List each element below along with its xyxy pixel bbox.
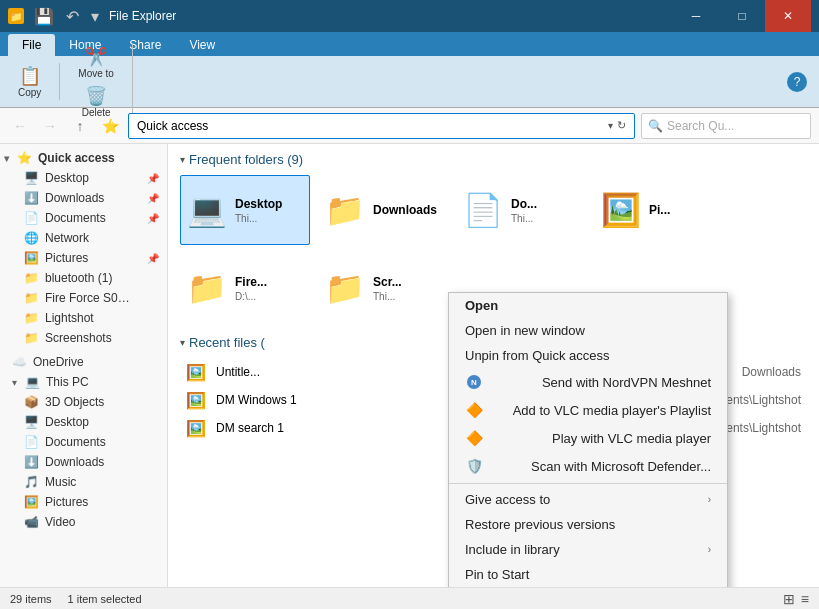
sidebar-item-bluetooth[interactable]: 📁 bluetooth (1) xyxy=(0,268,167,288)
sidebar-item-downloads[interactable]: ⬇️ Downloads 📌 xyxy=(0,188,167,208)
delete-icon: 🗑️ xyxy=(85,85,107,107)
folder-tile-fire[interactable]: 📁 Fire... D:\... xyxy=(180,253,310,323)
sidebar-item-desktop[interactable]: 🖥️ Desktop 📌 xyxy=(0,168,167,188)
quick-save-buttons: 💾 ↶ ▾ xyxy=(30,5,103,28)
folder-tile-fire-name: Fire... xyxy=(235,275,267,289)
recent-item-dmwin-icon: 🖼️ xyxy=(186,390,206,410)
onedrive-icon: ☁️ xyxy=(12,355,27,369)
details-view-button[interactable]: ⊞ xyxy=(783,591,795,607)
folder-tile-do[interactable]: 📄 Do... Thi... xyxy=(456,175,586,245)
sidebar-item-pictures2[interactable]: 🖼️ Pictures xyxy=(0,492,167,512)
sidebar-item-3dobjects[interactable]: 📦 3D Objects xyxy=(0,392,167,412)
screenshots-icon: 📁 xyxy=(24,331,39,345)
include-library-arrow: › xyxy=(708,544,711,555)
refresh-button[interactable]: ↻ xyxy=(617,119,626,132)
sidebar-item-fireforce[interactable]: 📁 Fire Force S01 10... xyxy=(0,288,167,308)
ctx-vlc-playlist[interactable]: 🔶 Add to VLC media player's Playlist xyxy=(449,396,727,424)
frequent-folders-header[interactable]: ▾ Frequent folders (9) xyxy=(168,144,819,171)
downloads2-icon: ⬇️ xyxy=(24,455,39,469)
folder-tile-desktop[interactable]: 💻 Desktop Thi... xyxy=(180,175,310,245)
ctx-open[interactable]: Open xyxy=(449,293,727,318)
downloads-icon: ⬇️ xyxy=(24,191,39,205)
close-button[interactable]: ✕ xyxy=(765,0,811,32)
tab-view[interactable]: View xyxy=(175,34,229,56)
forward-button[interactable]: → xyxy=(38,114,62,138)
sidebar-item-screenshots[interactable]: 📁 Screenshots xyxy=(0,328,167,348)
ctx-defender[interactable]: 🛡️ Scan with Microsoft Defender... xyxy=(449,452,727,480)
nordvpn-circle-icon: N xyxy=(467,375,481,389)
music-icon: 🎵 xyxy=(24,475,39,489)
onedrive-label: OneDrive xyxy=(33,355,84,369)
documents2-icon: 📄 xyxy=(24,435,39,449)
sidebar-item-video[interactable]: 📹 Video xyxy=(0,512,167,532)
help-button[interactable]: ? xyxy=(787,72,807,92)
copy-label: Copy xyxy=(18,87,41,98)
sidebar-item-quick-access[interactable]: ▾ ⭐ Quick access xyxy=(0,148,167,168)
status-bar: 29 items 1 item selected ⊞ ≡ xyxy=(0,587,819,609)
move-label: Move to xyxy=(78,68,114,79)
downloads2-label: Downloads xyxy=(45,455,104,469)
desktop2-label: Desktop xyxy=(45,415,89,429)
undo-icon[interactable]: ↶ xyxy=(62,5,83,28)
give-access-arrow: › xyxy=(708,494,711,505)
back-button[interactable]: ← xyxy=(8,114,32,138)
folder-tile-screenshots-path: Thi... xyxy=(373,291,402,302)
folder-tile-screenshots[interactable]: 📁 Scr... Thi... xyxy=(318,253,448,323)
move-icon: ✂️ xyxy=(85,46,107,68)
address-field[interactable]: Quick access ▾ ↻ xyxy=(128,113,635,139)
sidebar-item-pictures[interactable]: 🖼️ Pictures 📌 xyxy=(0,248,167,268)
move-button[interactable]: ✂️ Move to xyxy=(72,44,120,81)
maximize-button[interactable]: □ xyxy=(719,0,765,32)
lightshot-icon: 📁 xyxy=(24,311,39,325)
search-field[interactable]: 🔍 Search Qu... xyxy=(641,113,811,139)
folder-tile-pictures-name: Pi... xyxy=(649,203,670,217)
copy-icon: 📋 xyxy=(19,65,41,87)
frequent-folders-caret: ▾ xyxy=(180,154,185,165)
view-controls: ⊞ ≡ xyxy=(783,591,809,607)
sidebar-item-documents2[interactable]: 📄 Documents xyxy=(0,432,167,452)
address-dropdown-arrow[interactable]: ▾ xyxy=(608,120,613,131)
pictures-pin-icon: 📌 xyxy=(147,253,159,264)
ctx-vlc-play[interactable]: 🔶 Play with VLC media player xyxy=(449,424,727,452)
sidebar-item-desktop2[interactable]: 🖥️ Desktop xyxy=(0,412,167,432)
desktop2-icon: 🖥️ xyxy=(24,415,39,429)
folder-tile-screenshots-info: Scr... Thi... xyxy=(373,275,402,302)
sidebar-item-onedrive[interactable]: ☁️ OneDrive xyxy=(0,352,167,372)
copy-button[interactable]: 📋 Copy xyxy=(12,63,47,100)
sidebar-item-lightshot[interactable]: 📁 Lightshot xyxy=(0,308,167,328)
minimize-button[interactable]: ─ xyxy=(673,0,719,32)
ctx-include-library[interactable]: Include in library › xyxy=(449,537,727,562)
frequent-folders-label: Frequent folders (9) xyxy=(189,152,303,167)
ctx-open-new-window[interactable]: Open in new window xyxy=(449,318,727,343)
folder-tile-fire-icon: 📁 xyxy=(187,268,227,308)
up-button[interactable]: ↑ xyxy=(68,114,92,138)
sidebar-item-network[interactable]: 🌐 Network xyxy=(0,228,167,248)
sidebar-item-documents[interactable]: 📄 Documents 📌 xyxy=(0,208,167,228)
sidebar-item-thispc[interactable]: ▾ 💻 This PC xyxy=(0,372,167,392)
folder-tile-downloads-name: Downloads xyxy=(373,203,437,217)
ctx-nordvpn[interactable]: N Send with NordVPN Meshnet xyxy=(449,368,727,396)
address-path: Quick access xyxy=(137,119,208,133)
documents-icon: 📄 xyxy=(24,211,39,225)
ctx-give-access[interactable]: Give access to › xyxy=(449,487,727,512)
ribbon-group-clipboard: 📋 Copy xyxy=(12,63,60,100)
folder-tile-pictures[interactable]: 🖼️ Pi... xyxy=(594,175,724,245)
save-icon[interactable]: 💾 xyxy=(30,5,58,28)
list-view-button[interactable]: ≡ xyxy=(801,591,809,607)
pictures-label: Pictures xyxy=(45,251,88,265)
ctx-restore[interactable]: Restore previous versions xyxy=(449,512,727,537)
ctx-unpin[interactable]: Unpin from Quick access xyxy=(449,343,727,368)
folder-tile-downloads[interactable]: 📁 Downloads xyxy=(318,175,448,245)
pictures2-label: Pictures xyxy=(45,495,88,509)
tab-file[interactable]: File xyxy=(8,34,55,56)
desktop-icon: 🖥️ xyxy=(24,171,39,185)
documents2-label: Documents xyxy=(45,435,106,449)
sidebar-item-downloads2[interactable]: ⬇️ Downloads xyxy=(0,452,167,472)
customize-icon[interactable]: ▾ xyxy=(87,5,103,28)
content-wrapper: ▾ Frequent folders (9) 💻 Desktop Thi... … xyxy=(168,144,819,587)
sidebar-item-music[interactable]: 🎵 Music xyxy=(0,472,167,492)
recent-locations-button[interactable]: ⭐ xyxy=(98,114,122,138)
ctx-pin-start[interactable]: Pin to Start xyxy=(449,562,727,587)
recent-item-untitled-path: Downloads xyxy=(742,365,801,379)
fireforce-label: Fire Force S01 10... xyxy=(45,291,135,305)
